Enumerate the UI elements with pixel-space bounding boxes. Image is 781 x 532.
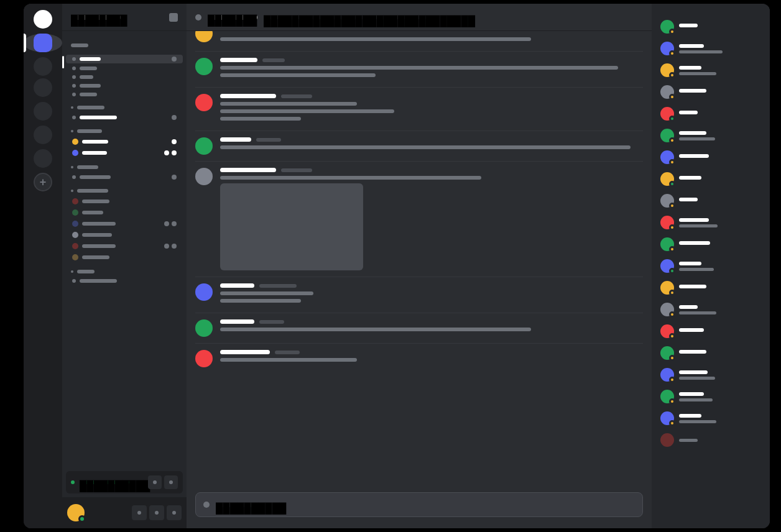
channel-item[interactable] bbox=[66, 91, 183, 98]
voice-status-panel[interactable]: ██████████ bbox=[66, 471, 183, 493]
message-avatar[interactable] bbox=[195, 319, 213, 337]
member-item[interactable] bbox=[658, 104, 764, 123]
attach-icon[interactable] bbox=[203, 502, 210, 508]
message-author[interactable] bbox=[220, 168, 276, 172]
member-item[interactable] bbox=[658, 387, 764, 406]
server-header[interactable]: ████████ bbox=[62, 4, 187, 31]
member-item[interactable] bbox=[658, 148, 764, 167]
member-list[interactable] bbox=[652, 4, 770, 528]
channel-item[interactable] bbox=[66, 148, 183, 158]
channel-item[interactable] bbox=[66, 241, 183, 251]
message-avatar[interactable] bbox=[195, 283, 213, 301]
message[interactable] bbox=[195, 52, 643, 88]
message-author[interactable] bbox=[220, 283, 254, 288]
member-item[interactable] bbox=[658, 257, 764, 275]
channel-item[interactable] bbox=[66, 219, 183, 229]
channel-item[interactable] bbox=[66, 277, 183, 285]
message-avatar[interactable] bbox=[195, 94, 213, 111]
message[interactable] bbox=[195, 313, 643, 344]
message-attachment[interactable] bbox=[220, 183, 363, 270]
message[interactable] bbox=[195, 88, 643, 131]
message-author[interactable] bbox=[220, 58, 257, 62]
member-item[interactable] bbox=[658, 83, 764, 101]
server-icon[interactable] bbox=[34, 57, 52, 76]
member-item[interactable] bbox=[658, 213, 764, 232]
message-author[interactable] bbox=[220, 94, 276, 98]
server-icon[interactable] bbox=[34, 78, 52, 97]
message[interactable] bbox=[195, 277, 643, 313]
channel-category-header[interactable] bbox=[66, 41, 183, 50]
channel-category-header[interactable] bbox=[66, 267, 183, 276]
message-avatar[interactable] bbox=[195, 168, 213, 185]
self-avatar[interactable] bbox=[67, 504, 85, 521]
voice-button-b[interactable] bbox=[164, 475, 178, 489]
channel-list[interactable] bbox=[62, 31, 187, 467]
channel-item[interactable] bbox=[66, 82, 183, 89]
channel-action-icon[interactable] bbox=[164, 150, 169, 155]
channel-item[interactable] bbox=[66, 73, 183, 81]
message-avatar[interactable] bbox=[195, 31, 213, 42]
channel-action-icon[interactable] bbox=[172, 150, 177, 155]
channel-item[interactable] bbox=[66, 65, 183, 72]
message[interactable] bbox=[195, 162, 643, 277]
channel-action-icon[interactable] bbox=[172, 221, 177, 226]
message[interactable] bbox=[195, 344, 643, 374]
channel-item[interactable] bbox=[66, 173, 183, 181]
message-author[interactable] bbox=[220, 350, 270, 354]
channel-item[interactable] bbox=[66, 137, 183, 147]
channel-item[interactable] bbox=[66, 113, 183, 122]
channel-action-icon[interactable] bbox=[172, 57, 177, 62]
add-server-button[interactable]: + bbox=[34, 173, 52, 191]
member-item[interactable] bbox=[658, 191, 764, 210]
member-item[interactable] bbox=[658, 431, 764, 449]
home-dm-button[interactable] bbox=[34, 10, 52, 29]
member-item[interactable] bbox=[658, 344, 764, 362]
channel-category-header[interactable] bbox=[66, 163, 183, 172]
server-icon[interactable] bbox=[34, 102, 52, 121]
deafen-button[interactable] bbox=[149, 505, 164, 520]
server-icon[interactable] bbox=[34, 149, 52, 168]
server-icon[interactable] bbox=[34, 126, 52, 144]
member-item[interactable] bbox=[658, 278, 764, 297]
message-avatar[interactable] bbox=[195, 137, 213, 155]
user-panel[interactable] bbox=[62, 497, 187, 528]
channel-action-icon[interactable] bbox=[172, 175, 177, 180]
member-item[interactable] bbox=[658, 365, 764, 384]
member-item[interactable] bbox=[658, 126, 764, 145]
member-item[interactable] bbox=[658, 300, 764, 319]
settings-button[interactable] bbox=[167, 505, 182, 520]
channel-category-header[interactable] bbox=[66, 186, 183, 195]
server-folder[interactable] bbox=[34, 57, 52, 97]
channel-item[interactable] bbox=[66, 208, 183, 218]
channel-action-icon[interactable] bbox=[172, 244, 177, 249]
message[interactable] bbox=[195, 31, 643, 52]
channel-action-icon[interactable] bbox=[164, 244, 169, 249]
voice-button-a[interactable] bbox=[148, 475, 162, 489]
message-avatar[interactable] bbox=[195, 58, 213, 75]
message[interactable] bbox=[195, 131, 643, 162]
member-item[interactable] bbox=[658, 235, 764, 254]
channel-item[interactable] bbox=[66, 196, 183, 206]
member-item[interactable] bbox=[658, 322, 764, 341]
channel-action-icon[interactable] bbox=[164, 221, 169, 226]
channel-item[interactable] bbox=[66, 230, 183, 240]
message-list[interactable] bbox=[187, 31, 652, 485]
mute-button[interactable] bbox=[132, 505, 147, 520]
channel-category-header[interactable] bbox=[66, 127, 183, 135]
channel-action-icon[interactable] bbox=[172, 139, 177, 144]
member-avatar bbox=[660, 237, 674, 251]
message-avatar[interactable] bbox=[195, 350, 213, 367]
member-item[interactable] bbox=[658, 17, 764, 36]
member-item[interactable] bbox=[658, 409, 764, 428]
channel-item[interactable] bbox=[66, 55, 183, 63]
active-server-icon[interactable] bbox=[34, 34, 52, 52]
member-item[interactable] bbox=[658, 170, 764, 188]
message-author[interactable] bbox=[220, 137, 251, 142]
message-author[interactable] bbox=[220, 319, 254, 324]
channel-action-icon[interactable] bbox=[172, 115, 177, 120]
message-input[interactable]: ██████████ bbox=[195, 492, 643, 517]
member-item[interactable] bbox=[658, 61, 764, 80]
member-item[interactable] bbox=[658, 39, 764, 58]
channel-item[interactable] bbox=[66, 252, 183, 262]
channel-category-header[interactable] bbox=[66, 103, 183, 112]
